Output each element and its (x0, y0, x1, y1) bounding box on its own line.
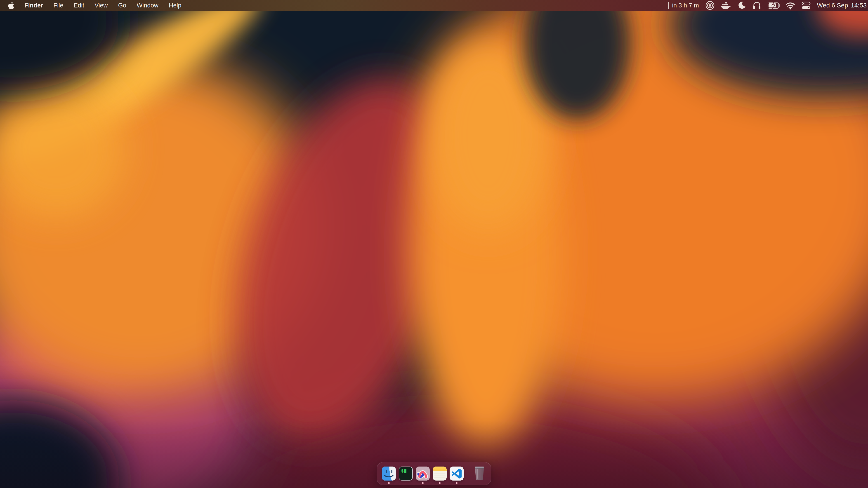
menu-bar: Finder File Edit View Go Window Help in … (0, 0, 868, 11)
status-control-center[interactable] (798, 0, 814, 11)
status-timer[interactable]: in 3 h 7 m (664, 0, 702, 11)
app-menu-finder[interactable]: Finder (19, 0, 49, 11)
status-headphones[interactable] (749, 0, 765, 11)
charging-bolt-icon (771, 2, 776, 9)
docker-icon (721, 2, 731, 9)
menu-bar-status-area: in 3 h 7 m (664, 0, 868, 11)
dock-item-terminal[interactable]: $ (399, 462, 413, 485)
dock-item-finder[interactable] (382, 462, 396, 485)
countdown-bar-icon (668, 2, 669, 9)
dock-item-arc[interactable] (416, 462, 430, 485)
vscode-icon (450, 466, 464, 481)
status-wifi[interactable] (782, 0, 798, 11)
running-indicator (439, 482, 440, 484)
headphones-icon (752, 1, 761, 10)
notes-icon (433, 466, 447, 481)
wallpaper-ventura (0, 0, 868, 488)
wifi-icon (785, 2, 795, 9)
desktop[interactable]: Finder File Edit View Go Window Help in … (0, 0, 868, 488)
focus-moon-icon (737, 1, 746, 10)
dock-item-vscode[interactable] (450, 462, 464, 485)
1password-icon (705, 1, 715, 10)
trash-icon (473, 465, 486, 481)
menu-help[interactable]: Help (164, 0, 187, 11)
status-1password[interactable] (702, 0, 718, 11)
control-center-icon (802, 2, 811, 9)
menu-window[interactable]: Window (131, 0, 164, 11)
status-docker[interactable] (718, 0, 734, 11)
running-indicator (422, 482, 424, 484)
terminal-icon: $ (399, 466, 413, 481)
timer-text: in 3 h 7 m (672, 2, 699, 9)
apple-icon (8, 2, 14, 9)
dock: $ (377, 462, 491, 485)
terminal-prompt: $ (401, 468, 404, 473)
terminal-cursor (404, 469, 406, 473)
menu-bar-time: 14:53 (851, 2, 867, 9)
status-focus[interactable] (734, 0, 749, 11)
menu-view[interactable]: View (90, 0, 113, 11)
menu-bar-left: Finder File Edit View Go Window Help (0, 0, 186, 11)
menu-edit[interactable]: Edit (68, 0, 90, 11)
status-clock[interactable]: Wed 6 Sep 14:53 (814, 0, 868, 11)
finder-icon (382, 466, 396, 481)
dock-separator (468, 466, 468, 481)
apple-menu[interactable] (0, 0, 19, 11)
status-battery[interactable] (765, 0, 782, 11)
dock-item-trash[interactable] (472, 462, 487, 485)
running-indicator (388, 482, 390, 484)
menu-go[interactable]: Go (113, 0, 131, 11)
battery-charging-icon (768, 2, 779, 8)
dock-area: $ (0, 462, 868, 485)
running-indicator (456, 482, 458, 484)
menu-file[interactable]: File (49, 0, 69, 11)
menu-bar-date: Wed 6 Sep (817, 2, 848, 9)
arc-browser-icon (416, 466, 430, 481)
dock-item-notes[interactable] (433, 462, 447, 485)
